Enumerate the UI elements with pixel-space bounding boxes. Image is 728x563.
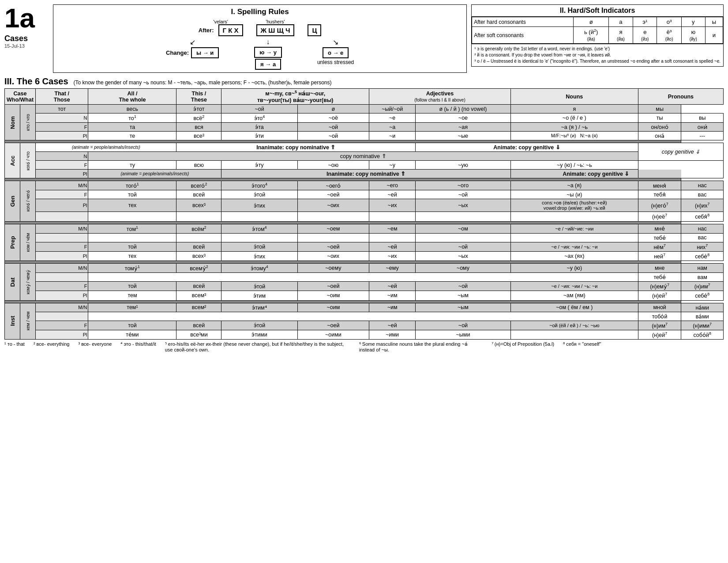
nom-pl-oi: ~ой: [297, 132, 369, 140]
header-my-our: м~-my, св~5 на́ш~-our,тв~-your(ты) ва́ш~…: [221, 89, 369, 105]
prep-pl-tex: тех: [88, 251, 176, 261]
inst-f-oy: ~ой: [416, 321, 511, 330]
hushers-label: 'hushers': [266, 19, 285, 24]
nom-f-row: F та вся э́та ~ой ~а ~ая ~а (я ) / ~ь он…: [5, 123, 724, 132]
prep-mn2-c2: [176, 233, 221, 242]
nom-pl-eti: э́ти: [221, 132, 297, 140]
header-pronouns: Pronouns: [638, 89, 723, 105]
gen-mn-togo: того́1: [88, 181, 176, 190]
dat-f-oyey: ~оей: [297, 282, 369, 291]
dat-f-etoy: э́той: [221, 282, 297, 291]
acc-f-nouns: ~у (ю) / ~ь: ~ь: [510, 161, 638, 170]
nom-f-nouns: ~а (я ) / ~ь: [510, 123, 638, 132]
acc-f-oyu: ~ою: [297, 161, 369, 170]
inst-pl-pr2: собо́й8: [681, 330, 724, 339]
acc-pl-animate: Animate: copy genitive ⇓: [510, 170, 681, 178]
prep-mn2-gender: [36, 233, 88, 242]
acc-m-row: Acc кого́ / что (animate = people/animal…: [5, 143, 724, 152]
dat-mn-tomu: тому́1: [88, 264, 176, 273]
gen-extra-row: (н)её7 себя́8: [5, 212, 724, 221]
nom-f-pr2: они́: [681, 123, 724, 132]
nom-n-row: N то1 всё2 э́то4 ~оё ~е ~ое ~о (ё / е ) …: [5, 113, 724, 123]
dat-mn-omu: ~ому: [416, 264, 511, 273]
inst-mn-pr2: на́ми: [681, 303, 724, 312]
inst-mn-nouns: ~ом ( ём / ем ): [510, 303, 638, 312]
prep-f-ey: ~ей: [369, 242, 416, 251]
inst-f-pr2: (н)ими7: [681, 321, 724, 330]
change1-box: ы → и: [191, 47, 219, 58]
dat-mn2-empty: [88, 273, 638, 282]
gen-extra-c5: [369, 212, 416, 221]
inst-pl-etimi: э́тими: [221, 330, 297, 339]
prep-f-oyey: ~оей: [297, 242, 369, 251]
nom-f-aya: ~ая: [416, 123, 511, 132]
header-that: That /Those: [36, 89, 88, 105]
hard-soft-section: II. Hard/Soft Indicators After hard cons…: [471, 4, 724, 67]
gen-gender-col: кого́ / чего́: [20, 181, 36, 221]
footnote-2: ² все- everything: [34, 341, 70, 352]
prep-mn-om: ~ом: [416, 224, 511, 233]
gen-f-oey: ~оей: [297, 190, 369, 199]
acc-pronouns-cg: copy genitive ⇓: [638, 143, 723, 161]
acc-f-row: F ту всю э́ту ~ою ~у ~ую ~у (ю) / ~ь: ~ь: [5, 161, 724, 170]
prep-mn2-nouns: [510, 233, 638, 242]
inst-pl-nouns: [510, 330, 638, 339]
hs-r2c6: и: [705, 27, 723, 44]
prep-mn-em: ~ем: [369, 224, 416, 233]
gen-mn-gender: M/N: [36, 181, 88, 190]
nom-n-eto: э́то4: [221, 113, 297, 123]
prep-mn2-c1: [88, 233, 176, 242]
hard-soft-table: After hard consonants ø а э¹ о³ у ы Afte…: [472, 17, 723, 44]
after-label: After:: [199, 27, 214, 34]
gen-f-nouns: ~ы (и): [510, 190, 638, 199]
spelling-rules-title: I. Spelling Rules: [58, 8, 462, 16]
acc-n-text: copy nominative ⇑: [88, 152, 638, 161]
nom-m-ves: весь: [88, 105, 176, 113]
header-case: CaseWho/What: [5, 89, 36, 105]
dat-gender-col: кому́ / чему́: [20, 264, 36, 300]
hs-r1c2: а: [608, 17, 633, 27]
gen-f-vsey: всей: [176, 190, 221, 199]
inst-f-toy: той: [88, 321, 176, 330]
gen-pl-gender: Pl: [36, 199, 88, 212]
prep-f-etoy: э́той: [221, 242, 297, 251]
acc-f-u: ~у: [369, 161, 416, 170]
dat-mn-vsemu: всему́2: [176, 264, 221, 273]
acc-pl-row: Pl (animate = people/animals/insects) In…: [5, 170, 724, 178]
inst-pl-vsemi: все³ми: [176, 330, 221, 339]
dat-case-label: Dat: [5, 264, 20, 300]
gen-f-row: F той всей э́той ~оей ~ей ~ой ~ы (и) теб…: [5, 190, 724, 199]
prep-mn-pr1: мне́: [638, 224, 681, 233]
hs-r2c2: я(йа): [608, 27, 633, 44]
acc-m-animate-note: (animate = people/animals/insects): [36, 143, 176, 152]
nom-m-tot: тот: [36, 105, 88, 113]
dat-mn-gender: M/N: [36, 264, 88, 273]
nom-header-row: Nom кто / что тот весь э́тот ~ой ø ~ый/~…: [5, 105, 724, 113]
dat-f-nouns: ~е / ~ия: ~ии / ~ь: ~и: [510, 282, 638, 291]
prep-f-vsey: всей: [176, 242, 221, 251]
dat-mn2-pr2: вам: [681, 273, 724, 282]
acc-f-etu: э́ту: [221, 161, 297, 170]
acc-f-tu: ту: [88, 161, 176, 170]
nom-f-vsya: вся: [176, 123, 221, 132]
gen-mn-pr1: меня́: [638, 181, 681, 190]
inst-f-row: F той всей э́той ~оей ~ей ~ой ~ой (ёй / …: [5, 321, 724, 330]
hs-note3: ³ о / ё – Unstressed ё is identical to '…: [474, 58, 720, 64]
prep-f-oy: ~ой: [416, 242, 511, 251]
prep-mn-etom: э́том4: [221, 224, 297, 233]
footnote-7: ⁷ (н)=Obj of Preposition (5a.l): [492, 341, 554, 352]
dat-pl-pr1: (н)ей7: [638, 291, 681, 300]
gen-pl-ix: ~их: [369, 199, 416, 212]
nom-f-gender: F: [36, 123, 88, 132]
prep-gender-col: ком / чём: [20, 224, 36, 261]
inst-mn2-gender: [36, 312, 88, 321]
prep-pl-oix: ~оих: [297, 251, 369, 261]
acc-m-animate: Animate: copy genitive ⇓: [416, 143, 638, 152]
inst-pl-oimi: ~оими: [297, 330, 369, 339]
dat-f-vsey: всей: [176, 282, 221, 291]
inst-gender-col: кем / чем: [20, 303, 36, 339]
inst-pl-pr1: (н)ей7: [638, 330, 681, 339]
dat-f-row: F той всей э́той ~оей ~ей ~ой ~е / ~ия: …: [5, 282, 724, 291]
gen-case-label: Gen: [5, 181, 20, 221]
gen-f-gender: F: [36, 190, 88, 199]
